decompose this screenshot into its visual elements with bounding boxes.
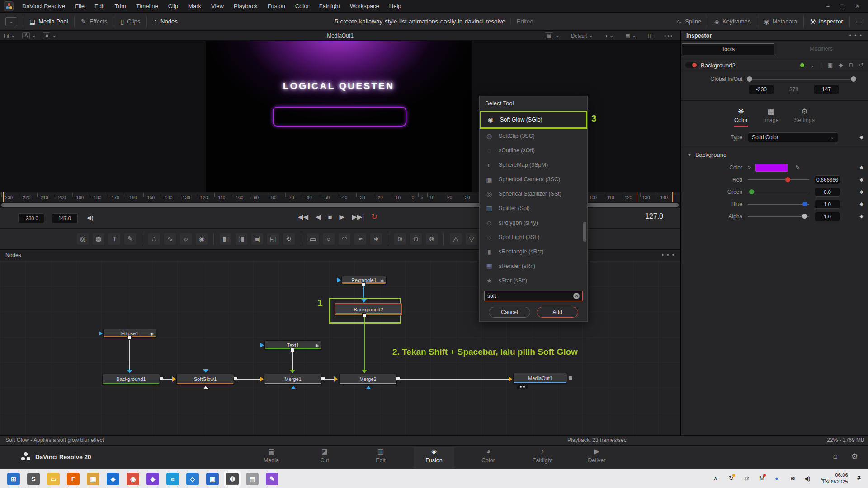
camera3d-tool-icon[interactable]: ▽ [466, 233, 477, 245]
lock-icon[interactable]: ⊓ [849, 62, 853, 68]
tool-item-sstar[interactable]: ★sStar (sStr) [480, 273, 587, 287]
channel-dropdown[interactable]: A⌄ [19, 32, 39, 39]
taskbar-clock[interactable]: 06.06 13/09/2025 [822, 472, 848, 485]
particles-tool-icon[interactable]: ⊕ [394, 233, 406, 245]
connector-square[interactable] [362, 282, 366, 286]
media-pool-button[interactable]: ▤ Media Pool [23, 13, 74, 31]
menu-workspace[interactable]: Workspace [345, 3, 384, 9]
menu-file[interactable]: File [70, 3, 90, 9]
menu-fairlight[interactable]: Fairlight [314, 3, 345, 9]
menu-fusion[interactable]: Fusion [263, 3, 290, 9]
tool-item-soutline[interactable]: ◌sOutline (sOtl) [480, 143, 587, 158]
menu-clip[interactable]: Clip [163, 3, 183, 9]
vscode-icon[interactable]: ◇ [186, 473, 199, 485]
dissolve-tool-icon[interactable]: ◱ [267, 233, 279, 245]
node-enable-toggle[interactable] [685, 62, 697, 68]
green-value-field[interactable]: 0.0 [815, 188, 840, 197]
davinci-resolve-icon[interactable]: ❂ [226, 473, 239, 485]
reset-icon[interactable]: ↺ [859, 62, 863, 68]
colorgain-tool-icon[interactable]: ◉ [196, 233, 208, 245]
channelbooleans-tool-icon[interactable]: ▣ [251, 233, 263, 245]
brightness-tool-icon[interactable]: ☼ [180, 233, 192, 245]
prender-tool-icon[interactable]: ⊗ [426, 233, 438, 245]
close-button[interactable]: ✕ [855, 3, 860, 9]
background-tool-icon[interactable]: ▨ [77, 233, 89, 245]
render-end-marker[interactable] [672, 192, 673, 203]
node-merge2[interactable]: Merge2 [339, 374, 397, 385]
notification-bell-icon[interactable]: Ƶ [857, 475, 861, 482]
global-out-field[interactable]: 147 [814, 85, 839, 94]
chevron-down-icon[interactable]: ▼ [687, 152, 692, 157]
chrome-icon[interactable]: ◉ [127, 473, 139, 485]
ellipse-mask-icon[interactable]: ○ [323, 233, 335, 245]
cancel-button[interactable]: Cancel [489, 307, 530, 318]
keyframe-diamond-icon[interactable]: ◆ [860, 164, 863, 170]
tool-item-spheremap[interactable]: ◐SphereMap (3SpM) [480, 158, 587, 172]
connector-square[interactable] [290, 348, 294, 352]
viewer-options-menu[interactable]: • • • [660, 33, 676, 38]
expand-color-icon[interactable]: > [748, 164, 751, 171]
stop-button[interactable]: ■ [328, 213, 332, 221]
tool-item-spherical[interactable]: ◎Spherical Stabilizer (SSt) [480, 187, 587, 201]
clear-search-icon[interactable]: ✕ [573, 293, 580, 299]
current-frame-field[interactable]: 127.0 [645, 212, 663, 221]
nodes-button[interactable]: ∴ Nodes [147, 13, 184, 31]
spline-button[interactable]: ∿ Spline [670, 13, 708, 31]
inspector-button[interactable]: ⚒ Inspector [804, 13, 849, 31]
subtab-settings[interactable]: ⚙Settings [794, 107, 815, 127]
speaker-icon[interactable]: ◀) [87, 214, 93, 221]
alpha-value-field[interactable]: 1.0 [815, 212, 840, 221]
global-in-field[interactable]: -230 [749, 85, 774, 94]
add-button[interactable]: Add [537, 307, 578, 318]
menu-edit[interactable]: Edit [90, 3, 109, 9]
global-in-handle[interactable] [747, 76, 752, 82]
play-reverse-button[interactable]: ◀ [316, 213, 321, 221]
page-tab-deliver[interactable]: ▶Deliver [576, 447, 617, 464]
keyframes-button[interactable]: ◈ Keyframes [708, 13, 757, 31]
tab-tools[interactable]: Tools [682, 43, 774, 55]
nodes-options-menu[interactable]: • • • [662, 252, 675, 258]
pin-icon[interactable]: ◆ [839, 62, 843, 68]
home-icon[interactable]: ⌂ [833, 452, 837, 461]
menu-color[interactable]: Color [290, 3, 314, 9]
menu-view[interactable]: View [206, 3, 229, 9]
play-button[interactable]: ▶ [340, 213, 345, 221]
wifi-icon[interactable]: ≋ [790, 475, 795, 482]
polygon-mask-icon[interactable]: ◠ [339, 233, 350, 245]
go-to-start-button[interactable]: |◀◀ [296, 213, 308, 221]
tool-item-softclip[interactable]: ◍SoftClip (3SC) [480, 129, 587, 143]
tool-item-srectangle[interactable]: ▮sRectangle (sRct) [480, 244, 587, 259]
connector-square[interactable] [159, 377, 163, 381]
connector-square[interactable] [321, 377, 325, 381]
edge-icon[interactable]: e [166, 473, 179, 485]
slider-handle[interactable] [785, 177, 790, 182]
magicmask-tool-icon[interactable]: ∗ [370, 233, 382, 245]
menu-trim[interactable]: Trim [110, 3, 132, 9]
mask-dropdown[interactable]: ◑⌄ [601, 33, 617, 38]
loop-button[interactable]: ↻ [371, 212, 377, 221]
folder-icon[interactable]: ▣ [87, 473, 99, 485]
dual-view-icon[interactable]: ◫ [644, 33, 656, 38]
tray-chevron-icon[interactable]: ∧ [713, 475, 718, 482]
range-out-field[interactable]: 147.0 [52, 213, 78, 223]
copy-icon[interactable]: ▣ [828, 62, 833, 68]
eyedropper-icon[interactable]: ✎ [795, 164, 800, 171]
menu-timeline[interactable]: Timeline [131, 3, 163, 9]
inspector-options-menu[interactable]: • • • [849, 33, 863, 39]
shape3d-tool-icon[interactable]: △ [450, 233, 462, 245]
type-dropdown[interactable]: Solid Color⌄ [748, 132, 838, 142]
firefox-icon[interactable]: F [67, 473, 80, 485]
tool-list-scrollbar[interactable] [583, 222, 586, 242]
range-in-field[interactable]: -230.0 [18, 213, 44, 223]
page-tab-edit[interactable]: ▥Edit [360, 447, 401, 464]
menu-help[interactable]: Help [384, 3, 406, 9]
subtab-color[interactable]: ❋Color [734, 107, 748, 127]
default-dropdown[interactable]: Default⌄ [567, 33, 596, 38]
proxy-dropdown[interactable]: ▦⌄ [541, 32, 563, 39]
notepad-icon[interactable]: ▤ [246, 473, 259, 485]
microphone-icon[interactable]: ● [775, 475, 778, 482]
keyframe-diamond-icon[interactable]: ◆ [860, 134, 863, 140]
slider-handle[interactable] [749, 189, 754, 194]
file-explorer-icon[interactable]: ▭ [47, 473, 60, 485]
connector-square[interactable] [568, 376, 572, 380]
